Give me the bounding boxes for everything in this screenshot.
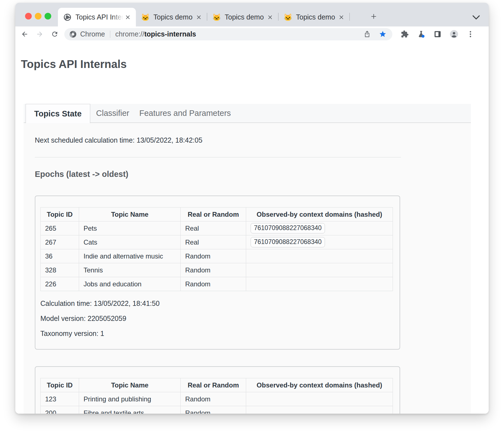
tab-title: Topics demo xyxy=(225,13,265,21)
chrome-logo-icon xyxy=(69,31,77,38)
column-header: Observed-by context domains (hashed) xyxy=(246,208,393,221)
topic-id-cell: 265 xyxy=(41,221,79,235)
topic-id-cell: 200 xyxy=(41,406,79,414)
tab-close-icon[interactable] xyxy=(123,13,133,22)
toolbar-actions xyxy=(399,29,476,40)
epochs-container: Topic IDTopic NameReal or RandomObserved… xyxy=(35,196,471,414)
url-host: topics-internals xyxy=(144,30,196,38)
real-or-random-cell: Random xyxy=(181,277,246,291)
table-row: 226Jobs and educationRandom xyxy=(41,277,393,291)
forward-button[interactable] xyxy=(34,29,45,40)
real-or-random-cell: Random xyxy=(181,392,246,406)
column-header: Observed-by context domains (hashed) xyxy=(246,378,393,392)
tab-box: Topics StateClassifierFeatures and Param… xyxy=(24,104,471,414)
tab-title: Topics demo xyxy=(153,13,194,21)
topic-name-cell: Pets xyxy=(79,221,181,235)
bookmark-star-icon[interactable] xyxy=(378,30,387,39)
close-window-button[interactable] xyxy=(25,13,32,19)
hashed-domain-chip: 7610709088227068340 xyxy=(251,237,325,247)
address-bar[interactable]: Chrome chrome://topics-internals xyxy=(64,28,392,40)
real-or-random-cell: Real xyxy=(181,235,246,249)
epoch-table: Topic IDTopic NameReal or RandomObserved… xyxy=(40,207,393,291)
cat-favicon-icon: 🐱 xyxy=(141,13,149,21)
epoch-taxonomy-version: Taxonomy version: 1 xyxy=(40,328,400,339)
observed-domains-cell: 7610709088227068340 xyxy=(246,221,393,235)
browser-tab[interactable]: 🐱Topics demo xyxy=(278,8,349,26)
url-scheme: chrome:// xyxy=(115,30,144,38)
table-row: 267CatsReal7610709088227068340 xyxy=(41,235,393,249)
tab-strip: Topics API Intern🐱Topics demo🐱Topics dem… xyxy=(15,3,489,26)
share-icon[interactable] xyxy=(362,30,372,39)
minimize-window-button[interactable] xyxy=(35,13,41,19)
browser-tab-active[interactable]: Topics API Intern xyxy=(58,8,136,26)
page-tab-classifier[interactable]: Classifier xyxy=(96,109,129,118)
table-row: 36Indie and alternative musicRandom xyxy=(41,249,393,263)
observed-domains-cell xyxy=(246,406,393,414)
side-panel-icon[interactable] xyxy=(432,29,443,40)
column-header: Topic ID xyxy=(41,378,79,392)
column-header: Real or Random xyxy=(181,378,246,392)
screen: Topics API Intern🐱Topics demo🐱Topics dem… xyxy=(0,0,504,439)
topic-id-cell: 123 xyxy=(41,392,79,406)
divider xyxy=(35,157,401,157)
browser-tabs: Topics API Intern🐱Topics demo🐱Topics dem… xyxy=(58,3,379,26)
tab-close-icon[interactable] xyxy=(194,13,204,22)
extensions-puzzle-icon[interactable] xyxy=(399,29,410,40)
address-site-label: Chrome xyxy=(80,30,105,38)
topic-name-cell: Jobs and education xyxy=(79,277,181,291)
tab-close-icon[interactable] xyxy=(337,13,346,22)
browser-toolbar: Chrome chrome://topics-internals xyxy=(15,26,489,42)
tab-title: Topics demo xyxy=(296,13,337,21)
cat-favicon-icon: 🐱 xyxy=(284,13,292,21)
topic-id-cell: 328 xyxy=(41,263,79,277)
page-tab-features-and-parameters[interactable]: Features and Parameters xyxy=(139,109,231,118)
topic-name-cell: Printing and publishing xyxy=(79,392,181,406)
epoch-panel: Topic IDTopic NameReal or RandomObserved… xyxy=(35,366,400,414)
page-title: Topics API Internals xyxy=(21,58,489,70)
column-header: Topic Name xyxy=(79,378,181,392)
chrome-page-icon xyxy=(63,13,71,21)
page-tab-row: Topics StateClassifierFeatures and Param… xyxy=(24,104,471,123)
profile-avatar[interactable] xyxy=(449,29,459,40)
topic-name-cell: Tennis xyxy=(79,263,181,277)
table-row: 328TennisRandom xyxy=(41,263,393,277)
table-row: 265PetsReal7610709088227068340 xyxy=(41,221,393,235)
observed-domains-cell xyxy=(246,277,393,291)
real-or-random-cell: Real xyxy=(181,221,246,235)
browser-tab[interactable]: 🐱Topics demo xyxy=(136,8,207,26)
epoch-calculation-time: Calculation time: 13/05/2022, 18:41:50 xyxy=(40,298,400,309)
real-or-random-cell: Random xyxy=(181,406,246,414)
new-tab-button[interactable] xyxy=(368,11,379,22)
column-header: Topic Name xyxy=(79,208,181,221)
real-or-random-cell: Random xyxy=(181,263,246,277)
browser-window: Topics API Intern🐱Topics demo🐱Topics dem… xyxy=(15,3,489,414)
table-row: 123Printing and publishingRandom xyxy=(41,392,393,406)
observed-domains-cell xyxy=(246,263,393,277)
tab-close-icon[interactable] xyxy=(265,13,275,22)
back-button[interactable] xyxy=(19,29,30,40)
menu-dots-icon[interactable] xyxy=(465,29,476,40)
experiments-beaker-icon[interactable] xyxy=(416,29,426,40)
topic-name-cell: Fibre and textile arts xyxy=(79,406,181,414)
topic-name-cell: Cats xyxy=(79,235,181,249)
epoch-panel: Topic IDTopic NameReal or RandomObserved… xyxy=(35,196,400,350)
observed-domains-cell xyxy=(246,249,393,263)
reload-button[interactable] xyxy=(49,29,60,40)
topic-id-cell: 267 xyxy=(41,235,79,249)
next-calculation-time: Next scheduled calculation time: 13/05/2… xyxy=(35,136,471,144)
tab-overflow-chevron-icon[interactable] xyxy=(472,14,480,21)
tab-title: Topics API Intern xyxy=(75,13,123,21)
real-or-random-cell: Random xyxy=(181,249,246,263)
tab-divider xyxy=(349,13,350,21)
browser-tab[interactable]: 🐱Topics demo xyxy=(207,8,278,26)
zoom-window-button[interactable] xyxy=(45,13,51,19)
address-separator xyxy=(110,31,110,38)
topics-state-panel: Next scheduled calculation time: 13/05/2… xyxy=(24,123,471,414)
table-row: 200Fibre and textile artsRandom xyxy=(41,406,393,414)
epoch-table: Topic IDTopic NameReal or RandomObserved… xyxy=(40,378,393,414)
topic-id-cell: 226 xyxy=(41,277,79,291)
page-tab-topics-state[interactable]: Topics State xyxy=(26,104,90,123)
topic-id-cell: 36 xyxy=(41,249,79,263)
column-header: Topic ID xyxy=(41,208,79,221)
page-content: Topics API Internals Topics StateClassif… xyxy=(15,42,489,414)
